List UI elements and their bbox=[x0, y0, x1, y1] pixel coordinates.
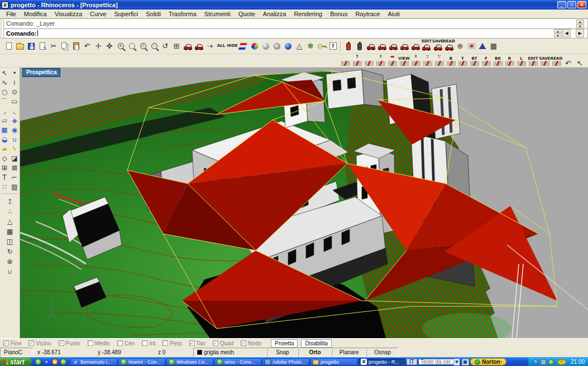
car-view2-button[interactable] bbox=[376, 40, 388, 52]
pointer-button[interactable]: ↖ bbox=[574, 55, 586, 67]
task-progetto-rhino[interactable]: Rprogetto - R... bbox=[358, 358, 405, 365]
osnap-tan[interactable]: ✓Tan bbox=[189, 340, 205, 346]
leader-icon[interactable]: ⌐ bbox=[10, 173, 19, 182]
mesh-points-button[interactable]: ∵ bbox=[422, 55, 433, 67]
split-icon[interactable]: ◇ bbox=[0, 154, 9, 163]
viewport-3d-scene[interactable]: Prospettica bbox=[20, 68, 588, 338]
shaded-sphere-button[interactable] bbox=[260, 40, 271, 52]
disabilita-button[interactable]: Disabilita bbox=[301, 339, 332, 348]
command-spin-up[interactable]: ▲ bbox=[554, 29, 562, 33]
window-tiles-button[interactable]: ▦ bbox=[488, 40, 499, 52]
extend-icon[interactable]: ◟ bbox=[10, 107, 19, 115]
ortho-toggle[interactable]: Orto bbox=[298, 348, 332, 357]
mesh-b-button[interactable]: B bbox=[445, 55, 457, 67]
surface-network-icon[interactable]: ◈ bbox=[10, 116, 19, 125]
save-button[interactable] bbox=[26, 40, 37, 52]
car-view1-button[interactable] bbox=[365, 40, 376, 52]
mesh-flat-button[interactable] bbox=[340, 55, 351, 67]
osnap-quad[interactable]: ✓Quad bbox=[213, 340, 233, 346]
mesh-save-button[interactable]: SAVE bbox=[539, 55, 551, 67]
menu-strumenti[interactable]: Strumenti bbox=[200, 10, 235, 18]
battery-red-button[interactable] bbox=[343, 40, 354, 52]
task-benvenuto[interactable]: eBenvenuto i... bbox=[70, 358, 117, 365]
car-view3-button[interactable] bbox=[388, 40, 399, 52]
mesh-read-button[interactable]: READ bbox=[551, 55, 562, 67]
curve-control-icon[interactable]: ≀ bbox=[10, 78, 19, 87]
trim-icon[interactable]: ◪ bbox=[10, 154, 19, 163]
cplane-lamp-button[interactable] bbox=[477, 40, 488, 52]
command-scroll-left[interactable]: ◀ bbox=[562, 29, 571, 37]
paste-button[interactable] bbox=[70, 40, 82, 52]
box-icon[interactable]: ■ bbox=[0, 126, 9, 134]
menu-bonus[interactable]: Bonus bbox=[326, 10, 351, 18]
planar-icon[interactable]: △ bbox=[6, 217, 15, 226]
hatch-icon[interactable]: ▨ bbox=[10, 182, 19, 191]
tray-display-icon[interactable] bbox=[541, 359, 546, 365]
car-rotate-button[interactable] bbox=[410, 40, 421, 52]
planar-toggle[interactable]: Planare bbox=[332, 348, 366, 357]
osnap-fine[interactable]: ✓Fine bbox=[3, 340, 21, 346]
array-icon[interactable]: ⊞ bbox=[0, 163, 9, 172]
ghosted-sphere-button[interactable] bbox=[271, 40, 283, 52]
orient-icon[interactable]: ⊕ bbox=[6, 257, 15, 266]
color-wheel-button[interactable] bbox=[249, 40, 260, 52]
checkbox-int[interactable] bbox=[142, 340, 147, 346]
checkbox-quad[interactable]: ✓ bbox=[213, 340, 218, 346]
mesh-object-button[interactable]: ▬ bbox=[386, 55, 398, 67]
history-scroll-up[interactable]: ▲ bbox=[576, 20, 584, 23]
quick-launch-msn-icon[interactable] bbox=[35, 359, 41, 365]
task-noemi[interactable]: Noemi - Con... bbox=[118, 358, 165, 365]
search-dropdown-arrow[interactable]: ▼ bbox=[453, 359, 460, 365]
extrude-icon[interactable]: ↥ bbox=[6, 197, 15, 206]
search-input[interactable]: Testo da cer... bbox=[419, 359, 453, 365]
proietta-button[interactable]: Proietta bbox=[271, 339, 298, 348]
copy-button[interactable] bbox=[59, 40, 70, 52]
quick-launch-ie-icon[interactable]: e bbox=[44, 359, 50, 365]
quick-launch-messenger-icon[interactable] bbox=[60, 359, 66, 365]
cplane-icon[interactable]: ∪ bbox=[6, 267, 15, 276]
osnap-perp[interactable]: Perp bbox=[162, 340, 181, 346]
options-gear-button[interactable]: ✽ bbox=[305, 40, 316, 52]
undo-button[interactable]: ↶ bbox=[82, 40, 93, 52]
orbit-button[interactable]: ✜ bbox=[104, 40, 115, 52]
menu-visualizza[interactable]: Visualizza bbox=[51, 10, 86, 18]
menu-solidi[interactable]: Solidi bbox=[142, 10, 165, 18]
rhino-app-icon[interactable]: R bbox=[2, 2, 8, 8]
car-read-button[interactable]: READ bbox=[443, 40, 455, 52]
history-scroll-down[interactable]: ▼ bbox=[576, 24, 584, 28]
mesh-right-button[interactable]: R bbox=[504, 55, 515, 67]
checkbox-punto[interactable]: ✓ bbox=[59, 340, 64, 346]
zoom-previous-button[interactable]: ↺ bbox=[160, 40, 171, 52]
layer-wave-button[interactable] bbox=[238, 40, 249, 52]
circle-icon[interactable]: ○ bbox=[0, 88, 9, 97]
mesh-vertical-button[interactable]: ↑ bbox=[351, 55, 363, 67]
menu-superfici[interactable]: Superfici bbox=[110, 10, 142, 18]
car-mesh-button[interactable] bbox=[193, 40, 204, 52]
new-file-button[interactable] bbox=[3, 40, 15, 52]
rectangle-icon[interactable]: ▭ bbox=[10, 97, 19, 106]
mesh-box-icon[interactable]: ▦ bbox=[6, 227, 15, 236]
osnap-medio[interactable]: Medio bbox=[88, 340, 110, 346]
mesh-points2-button[interactable]: ∵ bbox=[433, 55, 445, 67]
command-scroll-right[interactable]: ▶ bbox=[576, 29, 584, 37]
snap-toggle[interactable]: Snap bbox=[267, 348, 298, 357]
osnap-int[interactable]: Int bbox=[142, 340, 155, 346]
zoom-selected-button[interactable]: ∷ bbox=[137, 40, 149, 52]
tray-update-icon[interactable]: ↻ bbox=[533, 359, 538, 365]
checkbox-vicino[interactable]: ✓ bbox=[28, 340, 34, 346]
dimension-icon[interactable]: ∷ bbox=[0, 182, 9, 191]
command-spin-down[interactable]: ▼ bbox=[554, 33, 562, 37]
export-button[interactable] bbox=[37, 40, 48, 52]
car-save-button[interactable]: SAVE bbox=[432, 40, 443, 52]
osnap-nodo[interactable]: ✓Nodo bbox=[241, 340, 261, 346]
menu-modifica[interactable]: Modifica bbox=[20, 10, 51, 18]
select-all-button[interactable]: ALL bbox=[216, 40, 227, 52]
cylinder-icon[interactable]: ◒ bbox=[0, 135, 9, 144]
viewport-layout-button[interactable]: ⊞ bbox=[171, 40, 182, 52]
minimize-button[interactable]: _ bbox=[557, 1, 566, 8]
mirror-icon[interactable]: ⊠ bbox=[10, 163, 19, 172]
menu-curve[interactable]: Curve bbox=[86, 10, 110, 18]
viewport-label[interactable]: Prospettica bbox=[22, 68, 60, 77]
norton-badge[interactable]: ✓ Norton· bbox=[470, 358, 506, 365]
osnap-toggle[interactable]: Osnap bbox=[366, 348, 399, 357]
